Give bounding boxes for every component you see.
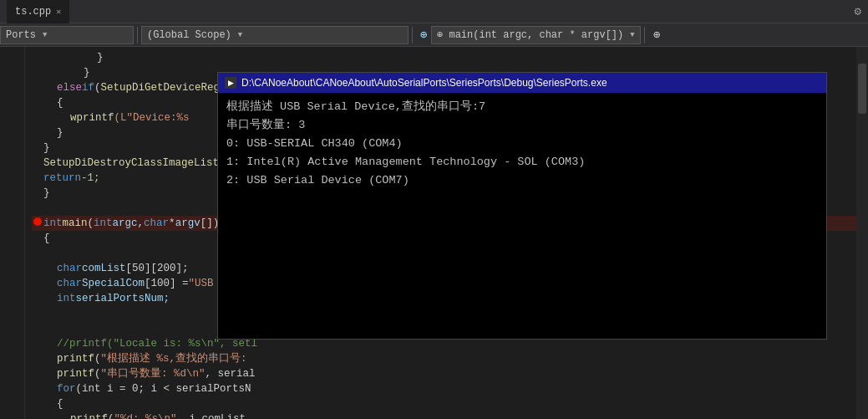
pin-button[interactable]: ⊕ [648,26,665,44]
main-area: } } else if ( SetupDiGetDeviceRegistryPr… [0,47,868,419]
line-numbers [0,47,25,419]
toolbar-separator-1 [137,27,138,43]
tab-filename: ts.cpp [15,6,51,18]
tab-bar: ts.cpp ✕ ⚙ [0,0,868,23]
function-label: ⊕ main(int argc, char * argv[]) [437,28,623,41]
function-dropdown[interactable]: ⊕ main(int argc, char * argv[]) ▼ [431,26,641,44]
code-line: printf ( "串口号数量: %d\n" , serial [32,366,868,381]
global-scope-label: (Global Scope) [147,29,231,41]
code-line: { [32,396,868,411]
toolbar: Ports ▼ (Global Scope) ▼ ⊕ ⊕ main(int ar… [0,23,868,47]
scrollbar-thumb[interactable] [858,64,866,114]
code-line: printf ( "根据描述 %s,查找的串口号: [32,351,868,366]
code-line: for (int i = 0; i < serialPortsN [32,381,868,396]
toolbar-separator-3 [644,27,645,43]
scope-arrow: ▼ [43,31,47,39]
console-line-2: 串口号数量: 3 [226,116,818,135]
toolbar-separator-2 [412,27,413,43]
settings-icon[interactable]: ⚙ [855,4,861,18]
bp-col [32,216,43,231]
console-title: D:\CANoeAbout\CANoeAbout\AutoSerialPorts… [241,74,607,92]
breakpoint-indicator [33,217,42,226]
file-tab[interactable]: ts.cpp ✕ [7,0,69,23]
vertical-scrollbar[interactable] [856,47,868,419]
console-title-bar: ▶ D:\CANoeAbout\CANoeAbout\AutoSerialPor… [218,73,826,93]
global-scope-dropdown[interactable]: (Global Scope) ▼ [141,26,409,44]
scope-dropdown[interactable]: Ports ▼ [0,26,134,44]
scope-label: Ports [6,29,36,41]
code-line: printf ( "%d: %s\n" , i,comList [32,411,868,419]
console-line-3: 0: USB-SERIAL CH340 (COM4) [226,135,818,153]
tab-close-button[interactable]: ✕ [56,7,61,17]
console-line-4: 1: Intel(R) Active Management Technology… [226,153,818,171]
console-line-5: 2: USB Serial Device (COM7) [226,171,818,190]
console-window: ▶ D:\CANoeAbout\CANoeAbout\AutoSerialPor… [217,72,827,340]
console-icon: ▶ [225,77,236,89]
top-right-icons: ⚙ [855,4,861,18]
code-line: } [32,50,868,65]
global-scope-arrow: ▼ [238,31,242,39]
console-line-1: 根据描述 USB Serial Device,查找的串口号:7 [226,98,818,116]
console-body: 根据描述 USB Serial Device,查找的串口号:7 串口号数量: 3… [218,93,826,195]
function-arrow: ▼ [630,31,634,39]
